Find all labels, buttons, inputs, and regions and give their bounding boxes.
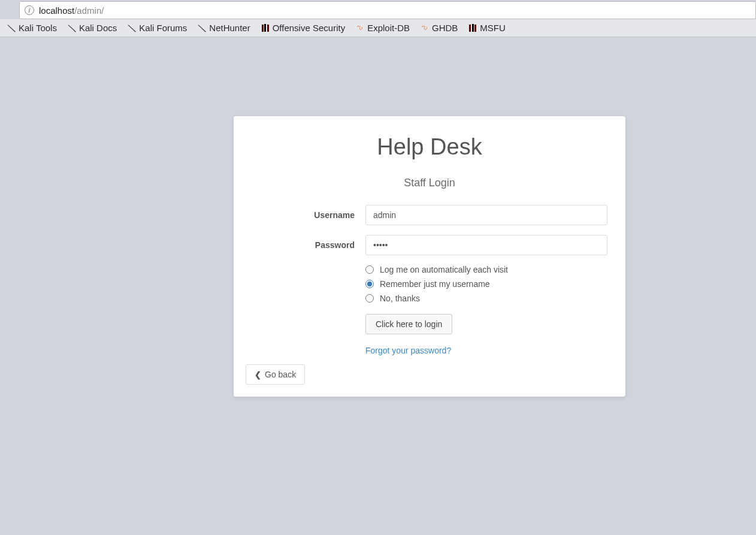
content-area: Help Desk Staff Login Username Password … <box>0 37 756 535</box>
bookmarks-bar: ╲ Kali Tools ╲ Kali Docs ╲ Kali Forums ╲… <box>0 19 756 37</box>
chevron-left-icon: ❮ <box>255 370 261 379</box>
radio-no-input[interactable] <box>365 294 374 303</box>
goback-row: ❮ Go back <box>246 364 613 385</box>
bookmark-label: NetHunter <box>209 23 250 33</box>
swirl-icon: ఌ <box>421 24 429 32</box>
url-host: localhost <box>39 5 74 16</box>
bookmark-nethunter[interactable]: ╲ NetHunter <box>193 21 255 35</box>
login-subtitle: Staff Login <box>246 177 613 189</box>
remember-radio-group: Log me on automatically each visit Remem… <box>365 265 607 303</box>
goback-label: Go back <box>265 370 296 379</box>
radio-no-thanks[interactable]: No, thanks <box>365 294 607 303</box>
forgot-password-link[interactable]: Forgot your password? <box>365 346 451 355</box>
radio-remember-username[interactable]: Remember just my username <box>365 279 607 289</box>
bookmark-label: Kali Docs <box>79 23 117 33</box>
bookmark-label: Kali Forums <box>139 23 187 33</box>
login-button[interactable]: Click here to login <box>365 314 452 334</box>
password-row: Password <box>246 235 613 255</box>
dragon-icon: ╲ <box>126 23 137 34</box>
url-path: /admin/ <box>74 5 104 16</box>
page-title: Help Desk <box>246 134 613 160</box>
submit-row: Click here to login <box>365 314 613 334</box>
url-display: localhost/admin/ <box>39 5 104 16</box>
password-input[interactable] <box>365 235 607 255</box>
bookmark-kali-docs[interactable]: ╲ Kali Docs <box>63 21 122 35</box>
bookmark-label: GHDB <box>432 23 458 33</box>
radio-remember-label: Remember just my username <box>380 279 490 289</box>
bookmark-kali-tools[interactable]: ╲ Kali Tools <box>2 21 62 35</box>
dragon-icon: ╲ <box>6 23 17 34</box>
address-bar[interactable]: i localhost/admin/ <box>19 1 756 19</box>
password-label: Password <box>246 240 365 250</box>
forgot-row: Forgot your password? <box>365 345 613 356</box>
radio-remember-input[interactable] <box>365 280 374 288</box>
radio-no-label: No, thanks <box>380 294 420 303</box>
username-label: Username <box>246 210 365 220</box>
bookmark-label: Kali Tools <box>19 23 57 33</box>
go-back-button[interactable]: ❮ Go back <box>246 364 305 385</box>
dragon-icon: ╲ <box>196 23 207 34</box>
bookmark-exploit-db[interactable]: ఌ Exploit-DB <box>351 21 415 35</box>
bookmark-label: Offensive Security <box>273 23 345 33</box>
bars-icon <box>261 24 270 32</box>
bookmark-label: MSFU <box>480 23 506 33</box>
bookmark-kali-forums[interactable]: ╲ Kali Forums <box>123 21 192 35</box>
username-input[interactable] <box>365 205 607 225</box>
dragon-icon: ╲ <box>66 23 77 34</box>
bookmark-msfu[interactable]: MSFU <box>464 21 510 35</box>
radio-auto-login[interactable]: Log me on automatically each visit <box>365 265 607 274</box>
bookmark-offensive-security[interactable]: Offensive Security <box>256 21 350 35</box>
info-icon[interactable]: i <box>25 5 34 15</box>
bookmark-ghdb[interactable]: ఌ GHDB <box>416 21 462 35</box>
bookmark-label: Exploit-DB <box>367 23 410 33</box>
swirl-icon: ఌ <box>356 24 364 32</box>
username-row: Username <box>246 205 613 225</box>
radio-auto-label: Log me on automatically each visit <box>380 265 508 274</box>
bars-icon <box>468 24 477 32</box>
radio-auto-input[interactable] <box>365 265 374 274</box>
login-card: Help Desk Staff Login Username Password … <box>234 116 625 397</box>
